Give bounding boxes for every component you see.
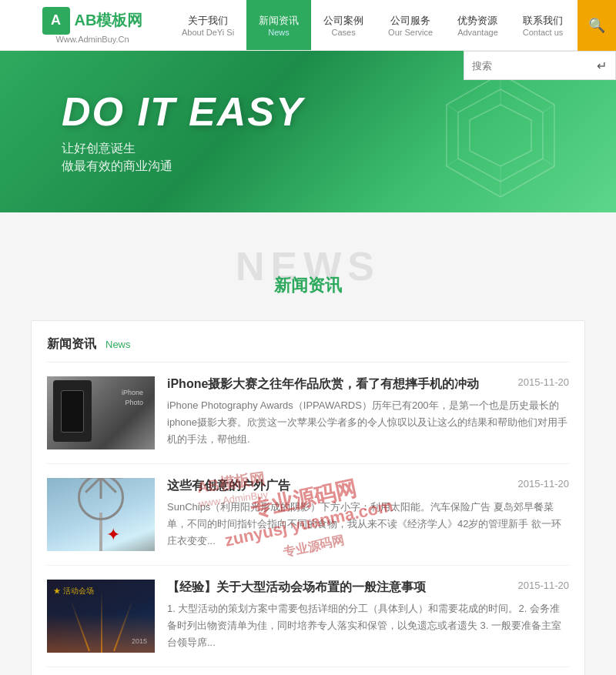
news-meta-2: 这些有创意的户外广告 2015-11-20 [167, 478, 569, 494]
logo-name-part1: AB [75, 12, 97, 28]
news-item-title-2[interactable]: 这些有创意的户外广告 [167, 478, 503, 494]
nav-item-contact[interactable]: 联系我们 Contact us [511, 0, 576, 50]
nav-item-service[interactable]: 公司服务 Our Service [376, 0, 445, 50]
hero-content: DO IT EASY 让好创意诞生 做最有效的商业沟通 [0, 89, 304, 175]
svg-line-8 [447, 105, 458, 112]
news-date-1: 2015-11-20 [518, 376, 570, 388]
news-item-title-1[interactable]: iPhone摄影大赛之往年作品欣赏，看了有想摔手机的冲动 [167, 376, 503, 393]
news-thumb-1: iPhonePhoto [47, 376, 155, 449]
nav-about-zh: 关于我们 [188, 14, 228, 28]
logo[interactable]: A AB模板网 [42, 7, 143, 35]
news-card: 专业源码网 zunyusj yuanma.com 专业源码网 AB模板网 www… [31, 320, 585, 675]
nav-cases-zh: 公司案例 [323, 14, 363, 28]
section-heading-main: 新闻资讯 [0, 274, 616, 297]
nav-item-advantage[interactable]: 优势资源 Advantage [445, 0, 511, 50]
news-date-2: 2015-11-20 [518, 478, 570, 490]
logo-name: AB模板网 [75, 10, 143, 31]
news-body-2: 这些有创意的户外广告 2015-11-20 SunChips（利用阳光形成的阴影… [167, 478, 569, 551]
header: A AB模板网 Www.AdminBuy.Cn 关于我们 About DeYi … [0, 0, 616, 51]
news-meta-3: 【经验】关于大型活动会场布置的一般注意事项 2015-11-20 [167, 580, 569, 596]
search-input[interactable] [464, 55, 588, 76]
hero-title: DO IT EASY [62, 89, 304, 135]
news-item-2: ✦ 这些有创意的户外广告 2015-11-20 SunChips（利用阳光形成的… [47, 464, 569, 566]
nav-advantage-en: Advantage [457, 28, 498, 37]
nav-item-news[interactable]: 新闻资讯 News [246, 0, 311, 50]
nav-service-zh: 公司服务 [390, 14, 430, 28]
hero-sub2: 做最有效的商业沟通 [62, 159, 304, 175]
nav-about-en: About DeYi Si [182, 28, 234, 37]
nav-news-zh: 新闻资讯 [259, 14, 299, 28]
svg-line-4 [543, 105, 554, 112]
logo-url: Www.AdminBuy.Cn [55, 35, 129, 44]
news-card-header: 新闻资讯 News [47, 336, 569, 363]
nav-news-en: News [268, 28, 290, 37]
hero-sub1: 让好创意诞生 [62, 141, 304, 157]
news-card-title-en: News [105, 339, 131, 350]
logo-icon: A [42, 7, 70, 35]
news-item-title-3[interactable]: 【经验】关于大型活动会场布置的一般注意事项 [167, 580, 503, 596]
logo-icon-letter: A [51, 12, 61, 28]
nav-item-cases[interactable]: 公司案例 Cases [311, 0, 376, 50]
search-bar: ↵ [464, 51, 616, 80]
section-heading: NEWS 新闻资讯 [0, 212, 616, 312]
search-button[interactable]: 🔍 [578, 0, 616, 51]
news-excerpt-2: SunChips（利用阳光形成的阴影）下方小字：利用太阳能。汽车保险广告 夏岛郊… [167, 499, 569, 550]
news-body-3: 【经验】关于大型活动会场布置的一般注意事项 2015-11-20 1. 大型活动… [167, 580, 569, 653]
news-excerpt-1: iPhone Photography Awards（IPPAWARDS）历年已有… [167, 397, 569, 448]
news-excerpt-3: 1. 大型活动的策划方案中需要包括详细的分工（具体到人）和需要花成的时间。2. … [167, 600, 569, 651]
main-nav: 关于我们 About DeYi Si 新闻资讯 News 公司案例 Cases … [169, 0, 578, 50]
logo-name-part2: 模板网 [96, 12, 142, 28]
nav-advantage-zh: 优势资源 [457, 14, 497, 28]
nav-contact-zh: 联系我们 [523, 14, 563, 28]
svg-line-5 [543, 159, 554, 166]
nav-service-en: Our Service [388, 28, 433, 37]
news-thumb-3: ★ 活动会场 2015 [47, 580, 155, 653]
nav-cases-en: Cases [331, 28, 355, 37]
news-item: iPhonePhoto iPhone摄影大赛之往年作品欣赏，看了有想摔手机的冲动… [47, 363, 569, 464]
news-date-3: 2015-11-20 [518, 580, 570, 591]
nav-contact-en: Contact us [523, 28, 564, 37]
main-content: 专业源码网 zunyusj yuanma.com 专业源码网 AB模板网 www… [0, 312, 616, 675]
nav-item-about[interactable]: 关于我们 About DeYi Si [169, 0, 246, 50]
news-meta-1: iPhone摄影大赛之往年作品欣赏，看了有想摔手机的冲动 2015-11-20 [167, 376, 569, 393]
search-icon: 🔍 [588, 17, 605, 34]
news-thumb-2: ✦ [47, 478, 155, 551]
search-submit-icon[interactable]: ↵ [588, 52, 615, 79]
hero-graphic [431, 66, 570, 205]
logo-area: A AB模板网 Www.AdminBuy.Cn [0, 7, 169, 44]
news-item-3: ★ 活动会场 2015 【经验】关于大型活动会场布置的一般注意事项 2015-1… [47, 566, 569, 667]
pagination: 共 1页3条记录 [47, 667, 569, 675]
svg-line-7 [447, 159, 458, 166]
news-body-1: iPhone摄影大赛之往年作品欣赏，看了有想摔手机的冲动 2015-11-20 … [167, 376, 569, 449]
svg-marker-2 [470, 105, 531, 166]
news-card-title-zh: 新闻资讯 [47, 336, 96, 353]
